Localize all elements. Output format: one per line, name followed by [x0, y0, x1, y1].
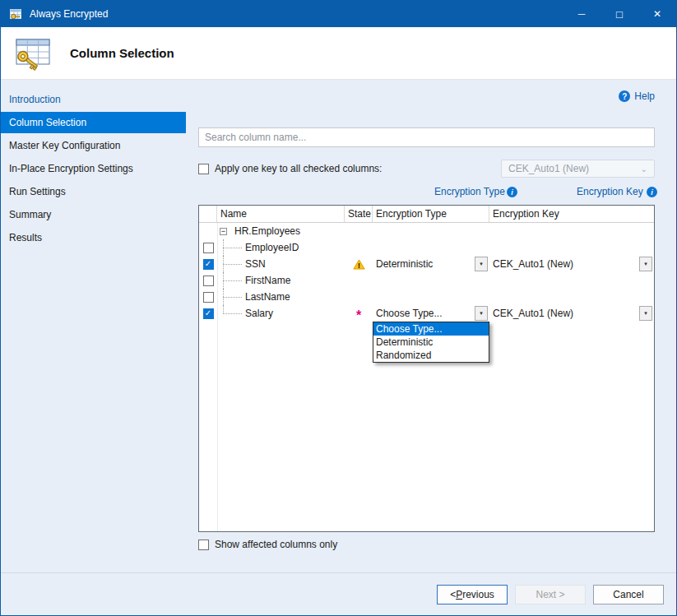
encryption-type-link[interactable]: Encryption Type [434, 186, 505, 197]
tree-guide [217, 256, 245, 272]
column-name: FirstName [245, 275, 290, 286]
wizard-steps-sidebar: Introduction Column Selection Master Key… [1, 80, 186, 572]
window-title: Always Encrypted [30, 8, 108, 20]
show-affected-row: Show affected columns only [198, 539, 655, 550]
encryption-key-value: CEK_Auto1 (New) [493, 308, 573, 319]
previous-button-rest: revious [462, 589, 494, 600]
row-checkbox-lastname[interactable] [203, 292, 214, 303]
header-encryption-type: Encryption Type [373, 206, 489, 222]
encryption-type-open-dropdown: Choose Type... Deterministic Randomized [373, 322, 489, 363]
previous-button[interactable]: < Previous [437, 585, 508, 604]
app-icon [9, 7, 22, 21]
encryption-key-dropdown-button[interactable]: ▾ [639, 257, 652, 271]
row-checkbox-salary[interactable]: ✓ [203, 308, 214, 319]
window-controls: ─ □ ✕ [563, 1, 676, 27]
always-encrypted-window: Always Encrypted ─ □ ✕ Column Sele [0, 0, 677, 616]
close-button[interactable]: ✕ [638, 1, 676, 27]
encryption-key-dropdown-button[interactable]: ▾ [639, 306, 652, 321]
next-button[interactable]: Next > [515, 585, 586, 604]
encryption-type-dropdown-button[interactable]: ▾ [475, 257, 488, 271]
previous-button-prefix: < [450, 589, 456, 600]
dropdown-option-deterministic[interactable]: Deterministic [373, 336, 489, 349]
sidebar-item-in-place-encryption-settings[interactable]: In-Place Encryption Settings [1, 158, 186, 179]
apply-key-value: CEK_Auto1 (New) [508, 163, 589, 174]
content-panel: ? Help Apply one key to all checked colu… [186, 80, 676, 572]
titlebar: Always Encrypted ─ □ ✕ [1, 1, 676, 27]
tree-guide [217, 305, 245, 322]
sidebar-item-master-key-configuration[interactable]: Master Key Configuration [1, 135, 186, 156]
table-key-icon [14, 35, 52, 72]
apply-key-checkbox-label: Apply one key to all checked columns: [198, 163, 382, 174]
help-link[interactable]: Help [634, 90, 655, 102]
header-state: State [345, 206, 373, 222]
wizard-header: Column Selection [1, 27, 676, 80]
table-row: LastName [199, 289, 654, 305]
sidebar-item-results[interactable]: Results [1, 227, 186, 248]
sidebar-item-summary[interactable]: Summary [1, 204, 186, 225]
apply-key-combobox[interactable]: CEK_Auto1 (New) ⌄ [501, 160, 655, 178]
apply-key-label: Apply one key to all checked columns: [215, 163, 382, 174]
encryption-type-dropdown-button[interactable]: ▾ [475, 306, 488, 321]
column-name: EmployeeID [245, 242, 299, 253]
row-checkbox-ssn[interactable]: ✓ [203, 259, 214, 270]
tree-guide [217, 272, 245, 289]
header-name: Name [217, 206, 345, 222]
encryption-type-info-icon[interactable]: i [507, 187, 517, 197]
row-checkbox-firstname[interactable] [203, 276, 214, 286]
sidebar-item-introduction[interactable]: Introduction [1, 89, 186, 110]
show-affected-label: Show affected columns only [215, 539, 337, 550]
cancel-button[interactable]: Cancel [593, 585, 664, 604]
show-affected-checkbox[interactable] [198, 540, 209, 550]
encryption-type-value: Deterministic [376, 258, 433, 270]
page-title: Column Selection [70, 46, 174, 60]
svg-text:!: ! [358, 261, 360, 269]
table-row: EmployeeID [199, 239, 654, 256]
table-row-group: − HR.Employees [199, 223, 654, 239]
column-name: SSN [245, 258, 266, 270]
help-icon[interactable]: ? [619, 90, 630, 102]
column-name: LastName [245, 291, 290, 303]
search-input[interactable] [198, 127, 655, 147]
encryption-key-link[interactable]: Encryption Key [577, 186, 643, 197]
column-name: Salary [245, 308, 273, 319]
column-links-row: Encryption Type i Encryption Key i [198, 186, 655, 199]
required-icon: * [356, 309, 361, 322]
table-row: ✓ SSN ! Determinist [199, 256, 654, 272]
dropdown-option-randomized[interactable]: Randomized [373, 349, 489, 362]
header-checkbox-column [199, 206, 217, 222]
warning-icon: ! [353, 259, 365, 270]
chevron-down-icon: ⌄ [641, 164, 647, 174]
apply-key-row: Apply one key to all checked columns: CE… [198, 160, 655, 178]
help-row: ? Help [198, 90, 655, 103]
maximize-button[interactable]: □ [600, 1, 638, 27]
main-area: Introduction Column Selection Master Key… [1, 80, 676, 572]
tree-guide [217, 289, 245, 305]
encryption-key-info-icon[interactable]: i [647, 187, 657, 197]
encryption-type-value: Choose Type... [376, 308, 443, 319]
tree-guide [217, 239, 245, 256]
sidebar-item-run-settings[interactable]: Run Settings [1, 181, 186, 202]
footer-bar: < Previous Next > Cancel [1, 572, 676, 615]
table-group-name: HR.Employees [234, 225, 300, 237]
previous-button-accel: P [456, 589, 462, 600]
row-checkbox-employeeid[interactable] [203, 243, 214, 253]
minimize-button[interactable]: ─ [563, 1, 600, 27]
table-row: ✓ Salary * Choose Type... ▾ CEK_Auto1 (N… [199, 305, 654, 322]
header-encryption-key: Encryption Key [489, 206, 654, 222]
dropdown-option-choose-type[interactable]: Choose Type... [373, 322, 489, 336]
apply-key-checkbox[interactable] [198, 164, 209, 174]
columns-grid: Name State Encryption Type Encryption Ke… [198, 205, 655, 532]
tree-collapse-icon[interactable]: − [220, 228, 227, 235]
sidebar-item-column-selection[interactable]: Column Selection [1, 112, 186, 133]
table-row: FirstName [199, 272, 654, 289]
grid-header: Name State Encryption Type Encryption Ke… [199, 206, 654, 223]
encryption-key-value: CEK_Auto1 (New) [493, 258, 573, 270]
